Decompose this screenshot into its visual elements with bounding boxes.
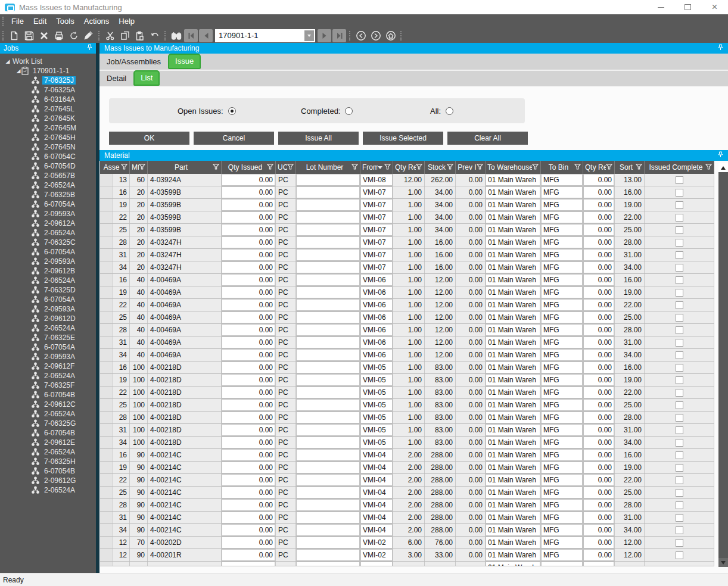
new-icon[interactable] — [7, 29, 21, 42]
filter-icon[interactable] — [705, 163, 712, 172]
cell-lot-number[interactable] — [296, 174, 360, 186]
copy-icon[interactable] — [117, 29, 132, 42]
cell-to-warehouse[interactable]: 01 Main Wareh — [486, 199, 541, 211]
cell-to-warehouse[interactable]: 01 Main Wareh — [486, 412, 541, 423]
cell-qty-issued[interactable]: 0.00 — [222, 199, 276, 211]
cell-lot-number[interactable] — [296, 274, 360, 286]
cell-qty-issued[interactable]: 0.00 — [222, 211, 276, 223]
grid-row[interactable]: 31904-00214C0.00PCVMI-042.00288.000.0001… — [100, 512, 714, 524]
cell-issued-complete[interactable] — [645, 462, 714, 473]
cell-lot-number[interactable] — [296, 311, 360, 323]
issued-complete-checkbox[interactable] — [676, 239, 683, 247]
issued-complete-checkbox[interactable] — [676, 476, 683, 484]
tree-leaf-assembly[interactable]: 2-07645L — [0, 104, 96, 114]
cell-qty-issued[interactable]: 0.00 — [222, 499, 276, 511]
clear-icon[interactable] — [81, 29, 96, 42]
first-record-button[interactable] — [184, 29, 198, 42]
issued-complete-checkbox[interactable] — [676, 364, 683, 372]
row-selector[interactable] — [100, 524, 113, 536]
tree-leaf-assembly[interactable]: 2-06524A — [0, 180, 96, 190]
cell-to-bin[interactable]: MFG — [541, 274, 583, 286]
cell-from[interactable]: VMI-07 — [360, 261, 393, 273]
cell-to-warehouse[interactable]: 01 Main Wareh — [486, 174, 541, 186]
cell-lot-number[interactable] — [296, 487, 360, 498]
cell-from[interactable]: VMI-04 — [360, 474, 393, 486]
row-selector[interactable] — [100, 224, 113, 236]
cell-from[interactable]: VMI-05 — [360, 386, 393, 398]
row-selector[interactable] — [100, 512, 113, 523]
cell-issued-complete[interactable] — [645, 286, 714, 298]
cell-qty-re[interactable]: 0.00 — [583, 462, 615, 473]
row-selector[interactable] — [100, 487, 113, 498]
cell-from[interactable]: VMI-06 — [360, 274, 393, 286]
tree-leaf-assembly[interactable]: 7-06325H — [0, 457, 96, 466]
grid-row[interactable]: 31204-03247H0.00PCVMI-071.0016.000.0001 … — [100, 249, 714, 261]
column-header-issued-complete[interactable]: Issued Complete — [645, 161, 714, 174]
cell-lot-number[interactable] — [296, 374, 360, 386]
filter-icon[interactable] — [351, 163, 358, 172]
issued-complete-checkbox[interactable] — [676, 401, 683, 409]
cell-to-bin[interactable]: MFG — [541, 324, 583, 336]
cell-qty-re[interactable]: 0.00 — [583, 474, 615, 486]
cell-from[interactable]: VMI-07 — [360, 249, 393, 261]
cell-qty-issued[interactable]: 0.00 — [222, 537, 276, 548]
row-selector[interactable] — [100, 186, 113, 198]
delete-icon[interactable] — [36, 29, 51, 42]
cell-to-bin[interactable]: MFG — [541, 261, 583, 273]
cell-from[interactable]: VMI-05 — [360, 437, 393, 448]
cell-lot-number[interactable] — [296, 386, 360, 398]
cell-to-bin[interactable] — [541, 562, 583, 566]
tree-leaf-assembly[interactable]: 6-07054B — [0, 390, 96, 400]
cell-issued-complete[interactable] — [645, 399, 714, 411]
cell-qty-issued[interactable]: 0.00 — [222, 261, 276, 273]
grid-row[interactable]: 251004-00218D0.00PCVMI-051.0083.000.0001… — [100, 399, 714, 412]
tree-leaf-assembly[interactable]: 7-06325A — [0, 85, 96, 95]
cell-issued-complete[interactable] — [645, 424, 714, 436]
cell-to-warehouse[interactable]: 01 Main Wareh — [486, 336, 541, 348]
cell-qty-issued[interactable]: 0.00 — [222, 224, 276, 236]
column-header-to-bin[interactable]: To Bin — [541, 161, 583, 174]
grid-row[interactable]: 13604-03924A0.00PCVMI-0812.00262.000.000… — [100, 174, 714, 186]
cell-qty-issued[interactable]: 0.00 — [222, 386, 276, 398]
issue-selected-button[interactable]: Issue Selected — [363, 132, 443, 145]
tree-leaf-assembly[interactable]: 2-05657B — [0, 171, 96, 180]
issued-complete-checkbox[interactable] — [676, 214, 683, 222]
cell-qty-re[interactable]: 0.00 — [583, 537, 615, 548]
row-selector[interactable] — [100, 474, 113, 486]
cell-issued-complete[interactable] — [645, 412, 714, 423]
issued-complete-checkbox[interactable] — [676, 414, 683, 422]
column-header-qty-re[interactable]: Qty Re — [583, 161, 615, 174]
cell-issued-complete[interactable] — [645, 249, 714, 261]
cell-qty-re[interactable]: 0.00 — [583, 336, 615, 348]
cell-from[interactable]: VMI-02 — [360, 537, 393, 548]
expander-icon[interactable]: ◢ — [15, 68, 21, 74]
row-selector[interactable] — [100, 349, 113, 361]
cell-from[interactable]: VMI-07 — [360, 211, 393, 223]
issued-complete-checkbox[interactable] — [676, 226, 683, 234]
cell-qty-issued[interactable]: 0.00 — [222, 236, 276, 248]
tab-job-assemblies[interactable]: Job/Assemblies — [99, 57, 168, 70]
cell-qty-issued[interactable]: 0.00 — [222, 186, 276, 198]
cell-from[interactable]: VMI-06 — [360, 324, 393, 336]
cell-from[interactable]: VMI-06 — [360, 311, 393, 323]
cell-qty-issued[interactable]: 0.00 — [222, 299, 276, 311]
cell-lot-number[interactable] — [296, 399, 360, 411]
filter-icon[interactable] — [267, 163, 273, 172]
row-selector[interactable] — [100, 386, 113, 398]
filter-icon[interactable] — [532, 163, 539, 172]
cell-to-bin[interactable]: MFG — [541, 299, 583, 311]
scroll-down-button[interactable] — [718, 558, 728, 567]
cell-to-bin[interactable]: MFG — [541, 424, 583, 436]
cell-qty-re[interactable] — [583, 562, 615, 566]
column-header-from[interactable]: From — [360, 161, 393, 174]
tree-leaf-assembly[interactable]: 2-06524A — [0, 371, 96, 381]
issued-complete-checkbox[interactable] — [676, 451, 683, 459]
tab-list[interactable]: List — [133, 70, 160, 86]
radio-open-issues-[interactable]: Open Issues: — [178, 98, 236, 123]
cell-from[interactable]: VMI-04 — [360, 512, 393, 523]
cell-issued-complete[interactable] — [645, 336, 714, 348]
tree-leaf-assembly[interactable]: 6-03164A — [0, 95, 96, 104]
binoculars-icon[interactable] — [169, 29, 183, 42]
cell-from[interactable]: VMI-04 — [360, 499, 393, 511]
tree-leaf-assembly[interactable]: 6-07054A — [0, 247, 96, 257]
